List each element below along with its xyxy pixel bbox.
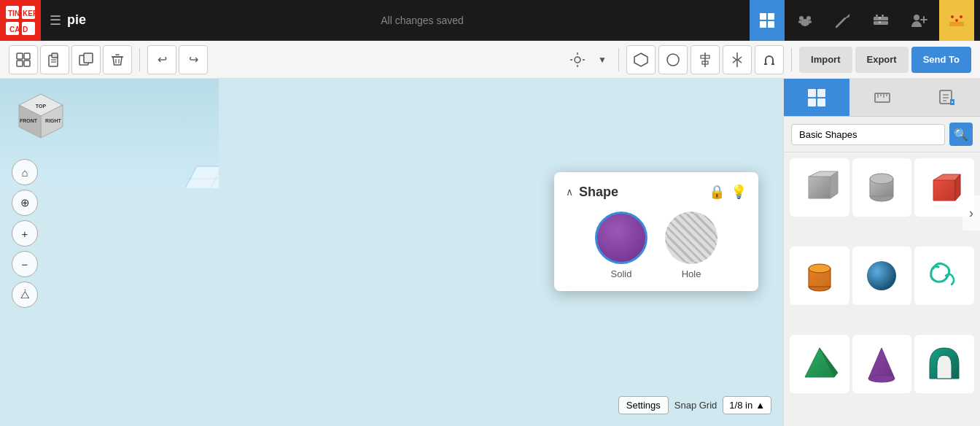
shape-item-gray-cylinder[interactable] xyxy=(852,158,912,217)
shape-item-blue-sphere[interactable] xyxy=(852,247,912,305)
magnet-tool[interactable] xyxy=(755,45,784,74)
snap-grid-value[interactable]: 1/8 in ▲ xyxy=(723,396,771,414)
svg-rect-21 xyxy=(879,21,881,23)
next-arrow[interactable]: › xyxy=(962,195,980,231)
tab-ruler[interactable] xyxy=(849,79,915,116)
brick-icon[interactable] xyxy=(863,0,898,41)
shape-item-green-pyramid[interactable] xyxy=(790,335,849,393)
lock-icon[interactable]: 🔒 xyxy=(709,184,725,200)
svg-point-30 xyxy=(960,15,962,18)
zoom-out-tool[interactable]: − xyxy=(12,251,38,277)
shape-popup-title-row: ∧ Shape xyxy=(566,185,618,200)
svg-rect-23 xyxy=(882,15,884,17)
main-area: workplane xyxy=(0,79,980,426)
delete-tool[interactable] xyxy=(103,45,132,74)
shape-popup-title: Shape xyxy=(579,185,618,200)
snap-grid-arrow[interactable]: ▲ xyxy=(755,400,765,411)
paste-tool[interactable] xyxy=(40,45,69,74)
toolbar-separator-1 xyxy=(139,48,140,71)
svg-rect-119 xyxy=(808,98,816,106)
redo-tool[interactable]: ↪ xyxy=(179,45,208,74)
zoom-in-tool[interactable]: + xyxy=(12,220,38,247)
shape-item-gray-box[interactable] xyxy=(790,158,849,217)
add-person-button[interactable] xyxy=(901,0,936,41)
dropdown-tool[interactable]: ▼ xyxy=(594,47,611,73)
right-panel-tabs xyxy=(784,79,980,117)
shape-item-purple-cone[interactable] xyxy=(852,335,912,393)
svg-point-143 xyxy=(809,264,831,273)
settings-button[interactable]: Settings xyxy=(618,396,669,414)
toolbar-right: ▼ xyxy=(564,45,971,74)
shape-item-blue-swirl[interactable] xyxy=(914,247,974,305)
svg-rect-33 xyxy=(17,61,23,66)
shapes-search-button[interactable]: 🔍 xyxy=(949,123,973,146)
viewport[interactable]: workplane xyxy=(0,79,783,426)
mirror-tool[interactable] xyxy=(723,45,752,74)
bottom-controls: Settings Snap Grid 1/8 in ▲ xyxy=(618,396,771,414)
svg-rect-11 xyxy=(768,21,774,28)
light-tool[interactable] xyxy=(564,47,591,73)
svg-rect-120 xyxy=(817,98,825,106)
svg-rect-121 xyxy=(875,93,890,102)
circle-tool[interactable] xyxy=(658,45,688,74)
perspective-tool[interactable]: ⧊ xyxy=(12,282,38,308)
svg-rect-36 xyxy=(52,53,58,58)
project-title[interactable]: pie xyxy=(67,12,86,28)
snap-grid-text: 1/8 in xyxy=(729,400,752,411)
select-tool[interactable]: ⊕ xyxy=(12,190,38,216)
svg-rect-32 xyxy=(24,53,30,59)
solid-circle[interactable] xyxy=(595,212,648,264)
shapes-grid xyxy=(784,152,980,426)
toolbar-history-group: ↩ ↪ xyxy=(147,45,208,74)
shape-popup-chevron[interactable]: ∧ xyxy=(566,186,573,198)
toolbar-edit-group xyxy=(9,45,132,74)
menu-icon[interactable]: ☰ xyxy=(50,12,61,28)
shape-item-teal-arch[interactable] xyxy=(914,335,974,393)
toolbar: ↩ ↪ ▼ xyxy=(0,41,980,79)
hole-option[interactable]: Hole xyxy=(665,212,718,279)
new-frame-tool[interactable] xyxy=(9,45,38,74)
align-tool[interactable] xyxy=(691,45,720,74)
top-right-icons xyxy=(750,0,980,41)
paw-icon[interactable] xyxy=(788,0,822,41)
view-cube[interactable]: TOP RIGHT FRONT xyxy=(12,90,70,149)
sendto-button[interactable]: Send To xyxy=(911,47,971,73)
svg-rect-18 xyxy=(874,17,888,20)
home-tool[interactable]: ⌂ xyxy=(12,159,38,185)
svg-rect-118 xyxy=(817,89,825,97)
svg-rect-31 xyxy=(17,53,23,59)
logo[interactable]: TIN KER CA D xyxy=(0,0,41,41)
polygon-tool[interactable] xyxy=(626,45,656,74)
duplicate-tool[interactable] xyxy=(71,45,101,74)
svg-rect-126 xyxy=(940,90,952,104)
svg-text:D: D xyxy=(23,26,28,34)
shapes-category-dropdown[interactable]: Basic ShapesText & NumbersConnectorsFavo… xyxy=(791,124,945,145)
tab-grid[interactable] xyxy=(784,79,849,116)
svg-point-144 xyxy=(867,261,896,290)
left-tools: ⌂ ⊕ + − ⧊ xyxy=(12,159,38,308)
svg-marker-132 xyxy=(809,177,831,198)
light-icon[interactable]: 💡 xyxy=(731,184,747,200)
tab-notes[interactable] xyxy=(914,79,980,116)
right-panel: Basic ShapesText & NumbersConnectorsFavo… xyxy=(783,79,980,426)
export-button[interactable]: Export xyxy=(855,47,909,73)
shape-popup: ∧ Shape 🔒 💡 Solid Hole xyxy=(554,172,758,291)
shape-item-orange-cylinder[interactable] xyxy=(790,247,849,305)
svg-marker-134 xyxy=(831,171,838,198)
svg-rect-117 xyxy=(808,89,816,97)
import-button[interactable]: Import xyxy=(799,47,852,73)
undo-tool[interactable]: ↩ xyxy=(147,45,176,74)
shape-popup-icons: 🔒 💡 xyxy=(709,184,747,200)
svg-text:TOP: TOP xyxy=(36,104,47,109)
grid-view-icon[interactable] xyxy=(750,0,785,41)
solid-option[interactable]: Solid xyxy=(595,212,648,279)
hole-circle[interactable] xyxy=(665,212,718,264)
svg-text:FRONT: FRONT xyxy=(20,118,38,123)
pickaxe-icon[interactable] xyxy=(825,0,860,41)
svg-marker-147 xyxy=(868,348,895,379)
shape-options: Solid Hole xyxy=(566,212,747,279)
svg-marker-49 xyxy=(634,53,648,66)
crown-icon[interactable] xyxy=(939,0,974,41)
svg-point-148 xyxy=(868,375,895,382)
toolbar-separator-2 xyxy=(618,48,619,71)
